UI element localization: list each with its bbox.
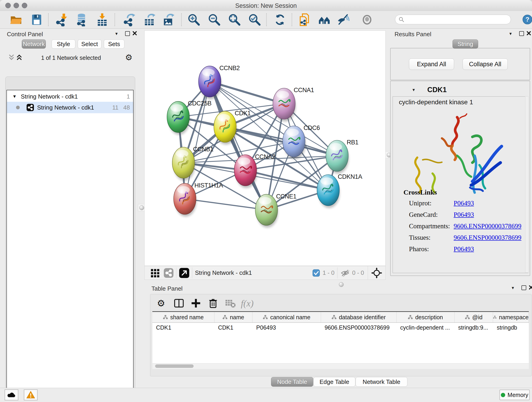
table-cell[interactable]: stringdb xyxy=(493,323,529,332)
collapse-all-button[interactable]: Collapse All xyxy=(462,58,508,70)
birdseye-crosshair-icon[interactable] xyxy=(371,268,382,279)
warning-button[interactable] xyxy=(24,389,38,400)
node-ccnb1[interactable] xyxy=(172,147,195,181)
close-panel-icon[interactable] xyxy=(529,285,532,290)
function-builder-icon[interactable]: f(x) xyxy=(241,298,253,309)
horizontal-scrollbar[interactable] xyxy=(152,363,529,369)
node-cdkn1a[interactable] xyxy=(317,175,340,208)
node-cdc25b[interactable] xyxy=(167,101,190,135)
help-icon: ? xyxy=(522,14,532,25)
node-hist1h1a[interactable] xyxy=(174,183,196,217)
columns-icon[interactable] xyxy=(173,298,185,309)
node-ccnb2[interactable] xyxy=(199,66,221,99)
column-header-canonicalname[interactable]: canonical name xyxy=(253,312,321,322)
network-collection-row[interactable]: ▼ String Network - cdk1 1 xyxy=(7,91,133,102)
panel-menu-icon[interactable]: ▼ xyxy=(511,286,515,290)
expand-all-icon[interactable] xyxy=(16,54,22,61)
float-panel-icon[interactable] xyxy=(125,31,130,36)
zoom-out-button[interactable] xyxy=(206,12,222,27)
collapse-all-icon[interactable] xyxy=(8,54,15,61)
tab-edge-table[interactable]: Edge Table xyxy=(313,377,355,387)
scrollbar-thumb[interactable] xyxy=(155,364,194,368)
add-column-icon[interactable] xyxy=(190,298,202,309)
column-header-id[interactable]: @id xyxy=(455,312,493,322)
section-disclosure-icon[interactable]: ▼ xyxy=(412,88,416,92)
export-network-button[interactable] xyxy=(122,12,137,27)
column-header-databaseidentifier[interactable]: database identifier xyxy=(321,312,397,322)
close-panel-icon[interactable] xyxy=(133,31,137,36)
table-cell[interactable]: CDK1 xyxy=(215,323,253,332)
edge-hist1h1a-ccne1[interactable] xyxy=(185,199,266,210)
clone-network-button[interactable] xyxy=(298,12,313,27)
share-icon[interactable] xyxy=(164,268,173,278)
table-cell[interactable]: 9606.ENSP00000378699 xyxy=(321,323,397,332)
network-row-selected[interactable]: String Network - cdk1 11 48 xyxy=(7,102,133,113)
crosslink-value-link[interactable]: P06493 xyxy=(454,199,474,207)
column-header-sharedname[interactable]: shared name xyxy=(152,312,215,322)
tab-style[interactable]: Style xyxy=(51,39,75,49)
grid-icon[interactable] xyxy=(150,268,161,278)
crosslink-value-link[interactable]: P06493 xyxy=(454,245,474,253)
table-cell[interactable]: stringdb:9... xyxy=(455,323,493,332)
gray-orb-button[interactable] xyxy=(360,12,375,27)
save-session-button[interactable] xyxy=(29,12,44,27)
import-network-database-button[interactable] xyxy=(75,12,89,27)
export-table-button[interactable] xyxy=(142,12,157,27)
import-table-file-button[interactable] xyxy=(95,12,110,27)
network-tree: ▼ String Network - cdk1 1 String Network… xyxy=(6,90,133,402)
float-panel-icon[interactable] xyxy=(521,285,526,290)
export-image-button[interactable] xyxy=(161,12,177,27)
cloud-button[interactable] xyxy=(5,389,18,400)
gear-icon[interactable]: ⚙ xyxy=(155,298,167,309)
help-button[interactable]: ? xyxy=(522,14,532,26)
node-ccna2[interactable] xyxy=(234,155,257,188)
tab-network-table[interactable]: Network Table xyxy=(355,377,407,387)
fit-content-button[interactable] xyxy=(227,12,242,27)
memory-button[interactable]: Memory xyxy=(500,390,530,400)
crosslink-value-link[interactable]: P06493 xyxy=(454,211,474,218)
column-header-name[interactable]: name xyxy=(215,312,253,322)
network-canvas[interactable]: CCNB2CCNA1CDC25BCDK1CDC6RB1CCNB1CCNA2CDK… xyxy=(144,31,386,266)
hide-graphics-button[interactable] xyxy=(336,12,351,27)
delete-table-icon[interactable] xyxy=(225,298,236,309)
node-ccne1[interactable] xyxy=(255,194,278,228)
tab-select[interactable]: Select xyxy=(78,39,101,49)
table-cell[interactable]: P06493 xyxy=(253,323,321,332)
panel-menu-icon[interactable]: ▼ xyxy=(509,32,513,36)
refresh-view-button[interactable] xyxy=(272,12,288,27)
crosslink-value-link[interactable]: 9606.ENSP00000378699 xyxy=(454,234,521,241)
table-cell[interactable]: cyclin-dependent ... xyxy=(397,323,455,332)
network-options-gear-icon[interactable]: ⚙ xyxy=(125,53,133,62)
documents-icon xyxy=(298,13,312,26)
selected-checkbox[interactable] xyxy=(312,269,320,277)
node-table: shared namenamecanonical namedatabase id… xyxy=(152,311,529,363)
zoom-selected-button[interactable] xyxy=(247,12,262,27)
panel-menu-icon[interactable]: ▼ xyxy=(114,32,119,36)
tab-network[interactable]: Network xyxy=(22,39,46,49)
float-panel-icon[interactable] xyxy=(519,31,524,36)
table-cell[interactable]: CDK1 xyxy=(152,323,215,332)
delete-column-icon[interactable] xyxy=(207,298,219,309)
results-scrollbar[interactable] xyxy=(525,96,529,273)
disclosure-triangle-icon[interactable]: ▼ xyxy=(12,94,17,99)
search-input[interactable] xyxy=(395,15,511,24)
expand-all-button[interactable]: Expand All xyxy=(409,58,454,70)
tab-string[interactable]: String xyxy=(452,39,478,49)
crosslink-value-link[interactable]: 9606.ENSP00000378699 xyxy=(454,222,521,230)
open-in-new-icon[interactable] xyxy=(179,268,189,278)
import-network-file-button[interactable] xyxy=(55,12,70,27)
results-buttons-box: Expand All Collapse All xyxy=(390,48,530,80)
node-rb1[interactable] xyxy=(326,140,348,174)
edge-ccnb2-hist1h1a[interactable] xyxy=(185,82,210,199)
node-cdc6[interactable] xyxy=(283,126,305,159)
close-panel-icon[interactable] xyxy=(526,31,531,36)
column-header-namespace[interactable]: namespace xyxy=(493,312,529,322)
table-row[interactable]: CDK1CDK1P064939606.ENSP00000378699cyclin… xyxy=(152,323,529,332)
hidden-eye-icon[interactable] xyxy=(340,268,350,278)
column-header-description[interactable]: description xyxy=(397,312,455,322)
houses-button[interactable] xyxy=(317,12,332,27)
tab-node-table[interactable]: Node Table xyxy=(271,377,313,387)
tab-sets[interactable]: Sets xyxy=(104,39,124,49)
open-session-button[interactable] xyxy=(8,12,24,27)
zoom-in-button[interactable] xyxy=(186,12,201,27)
